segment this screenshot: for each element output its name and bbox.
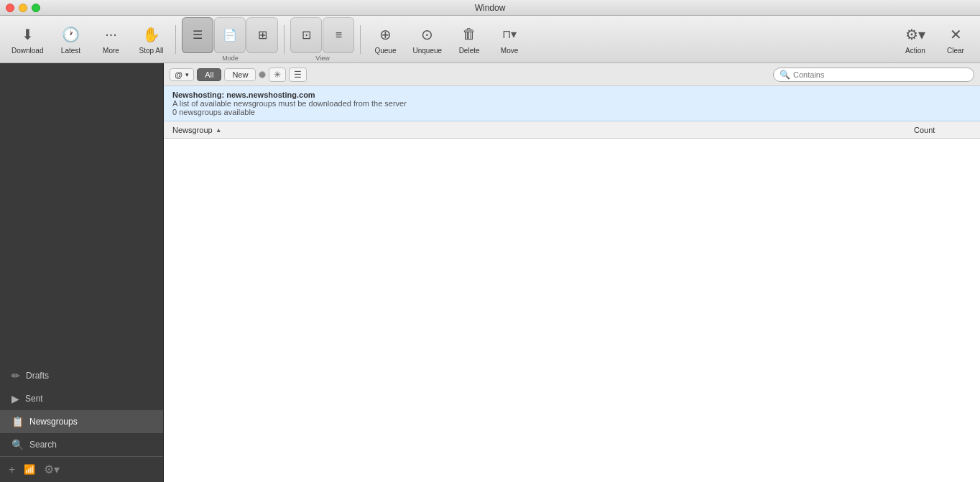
minimize-button[interactable] [19,4,27,12]
table-header: Newsgroup ▲ Count [164,121,980,139]
close-button[interactable] [6,4,14,12]
stop-icon: ✋ [141,24,161,45]
filter-spin-icon[interactable]: ✳ [269,68,286,82]
window-title: Window [475,3,506,13]
move-label: Move [501,47,518,55]
settings-icon[interactable]: ⚙▾ [44,463,60,476]
download-icon: ⬇ [17,24,37,45]
clear-icon: ✕ [946,24,966,45]
separator-1 [175,25,176,54]
separator-2 [284,25,285,54]
action-button[interactable]: ⚙▾ Action [897,19,934,60]
signal-icon: 📶 [24,464,35,475]
delete-label: Delete [459,47,480,55]
sidebar-item-search[interactable]: 🔍 Search [0,433,163,456]
view-label: View [315,55,329,62]
col-newsgroup-header[interactable]: Newsgroup ▲ [172,126,914,134]
unqueue-icon: ⊙ [417,24,438,45]
queue-icon: ⊕ [375,24,395,45]
drafts-label: Drafts [26,371,49,381]
delete-button[interactable]: 🗑 Delete [450,19,488,60]
filter-all-button[interactable]: All [197,68,221,81]
sort-arrow-icon: ▲ [216,126,222,134]
search-sidebar-icon: 🔍 [11,439,24,450]
col-newsgroup-label: Newsgroup [172,126,213,134]
action-label: Action [905,47,925,55]
sidebar-item-newsgroups[interactable]: 📋 Newsgroups [0,410,163,433]
download-button[interactable]: ⬇ Download [6,19,49,60]
newsgroups-label: Newsgroups [29,417,78,427]
filter-list-icon[interactable]: ☰ [289,68,307,82]
queue-label: Queue [374,47,396,55]
mode-label: Mode [222,55,239,62]
latest-label: Latest [61,47,80,55]
action-icon: ⚙▾ [905,24,925,45]
unqueue-button[interactable]: ⊙ Unqueue [407,19,448,60]
filter-dot[interactable] [259,71,266,78]
more-button[interactable]: ··· More [92,19,129,60]
view-group: ⊡ ≡ View [290,17,354,62]
search-input[interactable] [793,70,968,79]
traffic-lights [6,4,40,12]
main-layout: ✏ Drafts ▶ Sent 📋 Newsgroups 🔍 Search + … [0,63,980,482]
view-btn-2[interactable]: ≡ [323,17,354,53]
separator-3 [360,25,361,54]
latest-icon: 🕐 [60,24,80,45]
search-sidebar-label: Search [29,440,57,450]
move-icon: ⊓▾ [499,24,519,45]
info-banner: Newshosting: news.newshosting.com A list… [164,86,980,121]
sidebar-spacer [0,63,163,364]
sent-label: Sent [25,394,43,404]
search-box: 🔍 [773,68,974,82]
mode-btn-3[interactable]: ⊞ [246,17,278,53]
mode-btn-1[interactable]: ☰ [182,17,213,53]
newsgroups-icon: 📋 [11,416,24,427]
drafts-icon: ✏ [11,370,20,381]
more-label: More [103,47,119,55]
mode-btn-2[interactable]: 📄 [214,17,246,53]
sidebar: ✏ Drafts ▶ Sent 📋 Newsgroups 🔍 Search + … [0,63,164,482]
info-line-2: 0 newsgroups available [172,108,971,116]
clear-label: Clear [947,47,964,55]
filter-bar: @ ▾ All New ✳ ☰ 🔍 [164,63,980,86]
clear-button[interactable]: ✕ Clear [937,19,974,60]
server-name: Newshosting: news.newshosting.com [172,91,971,99]
filter-new-button[interactable]: New [224,68,256,81]
toolbar: ⬇ Download 🕐 Latest ··· More ✋ Stop All … [0,16,980,63]
move-button[interactable]: ⊓▾ Move [491,19,528,60]
account-button[interactable]: @ ▾ [170,68,194,81]
title-bar: Window [0,0,980,16]
search-icon: 🔍 [780,70,790,80]
mode-group: ☰ 📄 ⊞ Mode [182,17,278,62]
sidebar-item-sent[interactable]: ▶ Sent [0,387,163,410]
table-body [164,139,980,482]
delete-icon: 🗑 [459,24,479,45]
unqueue-label: Unqueue [412,47,442,55]
add-button[interactable]: + [9,463,15,476]
content-area: @ ▾ All New ✳ ☰ 🔍 Newshosting: news.news… [164,63,980,482]
stop-all-label: Stop All [139,47,164,55]
stop-all-button[interactable]: ✋ Stop All [132,19,170,60]
at-icon: @ [175,70,182,79]
chevron-down-icon: ▾ [185,71,189,78]
maximize-button[interactable] [32,4,40,12]
info-line-1: A list of available newsgroups must be d… [172,99,971,108]
sent-icon: ▶ [11,393,19,404]
sidebar-item-drafts[interactable]: ✏ Drafts [0,364,163,387]
col-count-header[interactable]: Count [914,126,971,134]
sidebar-footer: + 📶 ⚙▾ [0,456,163,482]
view-btn-1[interactable]: ⊡ [290,17,322,53]
queue-button[interactable]: ⊕ Queue [366,19,404,60]
download-label: Download [11,47,43,55]
toolbar-right: ⚙▾ Action ✕ Clear [897,19,974,60]
more-icon: ··· [101,24,121,45]
latest-button[interactable]: 🕐 Latest [52,19,89,60]
